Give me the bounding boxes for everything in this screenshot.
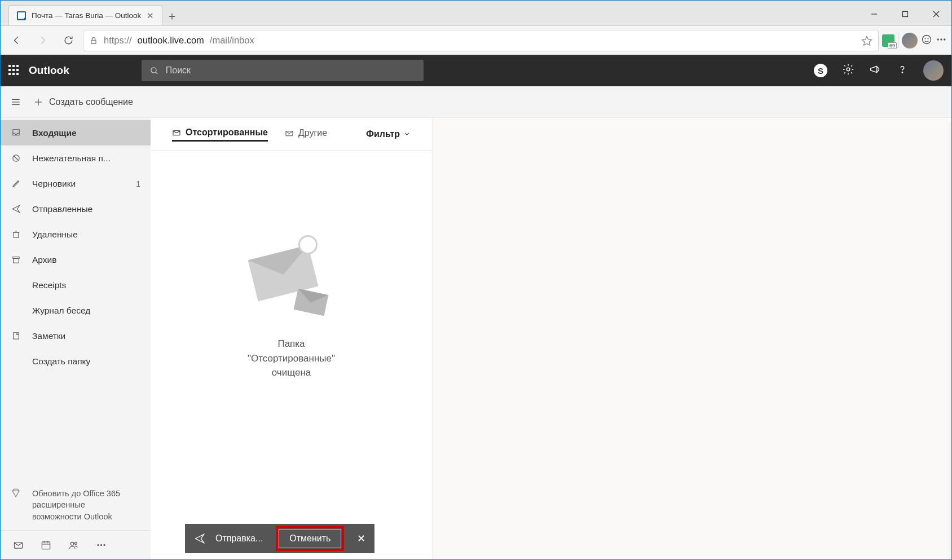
svg-point-6 [923,35,931,43]
message-list-pane: Отсортированные Другие Фильтр Папка "Отс… [151,118,433,559]
settings-gear-icon[interactable] [842,63,854,78]
nav-forward-button[interactable] [31,29,54,52]
svg-point-7 [925,38,925,38]
folder-receipts[interactable]: Receipts [1,272,151,298]
search-placeholder: Поиск [166,65,191,76]
folder-отправленные[interactable]: Отправленные [1,196,151,222]
pencil-icon [11,179,21,188]
folder-label: Отправленные [32,204,140,214]
people-module-icon[interactable] [68,540,79,550]
svg-rect-32 [42,542,50,549]
tab-focused[interactable]: Отсортированные [172,127,268,142]
folder-заметки[interactable]: Заметки [1,323,151,349]
tab-title: Почта — Taras Buria — Outlook [32,11,141,20]
sending-toast: Отправка... Отменить ✕ [185,524,374,553]
sidebar: ВходящиеНежелательная п...Черновики1Отпр… [1,118,151,559]
browser-titlebar: Почта — Taras Buria — Outlook ✕ ＋ [1,1,951,25]
send-icon [194,533,205,544]
empty-state: Папка "Отсортированные" очищена [151,151,432,559]
nav-back-button[interactable] [5,29,28,52]
folder-черновики[interactable]: Черновики1 [1,171,151,196]
folder-архив[interactable]: Архив [1,247,151,272]
svg-point-8 [928,38,928,38]
hamburger-icon[interactable] [11,97,21,107]
new-message-label: Создать сообщение [49,97,133,107]
folder-журнал-бесед[interactable]: Журнал бесед [1,298,151,323]
search-icon [149,66,159,76]
svg-point-14 [847,68,850,71]
folder-badge: 1 [136,179,140,188]
command-bar: Создать сообщение [1,86,951,118]
block-icon [11,153,21,163]
tab-other-label: Другие [298,128,327,138]
folder-label: Заметки [32,331,140,341]
calendar-module-icon[interactable] [41,540,51,550]
window-minimize-button[interactable] [858,3,889,25]
reading-pane [433,118,951,559]
browser-profile-avatar[interactable] [902,33,918,48]
tab-other[interactable]: Другие [285,128,327,140]
undo-send-button[interactable]: Отменить [279,529,341,548]
mail-module-icon[interactable] [13,540,24,550]
svg-rect-1 [902,12,907,17]
filter-label: Фильтр [366,129,400,139]
outlook-favicon-icon [17,11,26,20]
inbox-icon [11,128,21,138]
toolbar-separator [898,33,898,48]
empty-text-1: Папка [277,337,305,351]
folder-создать-папку[interactable]: Создать папку [1,349,151,374]
archive-icon [11,255,21,264]
svg-point-9 [937,38,938,39]
filter-dropdown[interactable]: Фильтр [366,129,411,139]
app-header: Outlook Поиск S [1,55,951,86]
brand-label[interactable]: Outlook [29,64,69,77]
focused-inbox-icon [172,128,181,137]
feedback-smile-icon[interactable] [921,34,932,47]
folder-label: Архив [32,255,140,265]
other-inbox-icon [285,129,294,138]
megaphone-icon[interactable] [869,63,882,78]
nav-refresh-button[interactable] [57,29,80,52]
folder-label: Входящие [32,128,140,138]
more-modules-icon[interactable] [96,540,107,550]
empty-text-2: "Отсортированные" [248,351,335,366]
svg-point-15 [902,72,902,73]
svg-point-36 [70,542,74,545]
folder-входящие[interactable]: Входящие [1,120,151,145]
url-scheme: https:// [104,35,132,46]
account-avatar[interactable] [923,60,944,81]
folder-удаленные[interactable]: Удаленные [1,222,151,247]
svg-line-22 [14,156,19,161]
svg-marker-5 [862,36,872,45]
empty-text-3: очищена [272,365,311,380]
svg-point-37 [74,542,77,544]
app-launcher-icon[interactable] [8,65,20,76]
window-close-button[interactable] [920,3,951,25]
svg-rect-4 [91,40,96,43]
url-field[interactable]: https://outlook.live.com/mail/inbox [83,30,879,51]
browser-tab[interactable]: Почта — Taras Buria — Outlook ✕ [8,5,162,25]
svg-rect-23 [14,232,19,237]
search-input[interactable]: Поиск [142,60,424,81]
svg-point-10 [941,38,942,39]
new-tab-button[interactable]: ＋ [162,6,182,25]
browser-more-icon[interactable] [936,34,947,47]
folder-нежелательная-п-[interactable]: Нежелательная п... [1,145,151,171]
new-message-button[interactable]: Создать сообщение [33,97,133,107]
empty-envelope-icon [246,235,337,320]
skype-icon[interactable]: S [814,64,827,77]
url-path: /mail/inbox [210,35,254,46]
note-icon [11,331,21,341]
extension-adblock-icon[interactable] [882,34,894,47]
svg-rect-27 [13,258,19,263]
browser-address-bar: https://outlook.live.com/mail/inbox [1,25,951,55]
favorite-star-icon[interactable] [861,35,872,46]
toast-close-icon[interactable]: ✕ [357,532,365,545]
tab-close-icon[interactable]: ✕ [147,11,154,21]
upsell-office365[interactable]: Обновить до Office 365 расширенные возмо… [1,480,151,530]
folder-label: Журнал бесед [32,306,140,316]
window-controls [858,3,951,25]
window-maximize-button[interactable] [889,3,920,25]
svg-rect-28 [13,333,19,339]
help-icon[interactable] [896,63,909,78]
